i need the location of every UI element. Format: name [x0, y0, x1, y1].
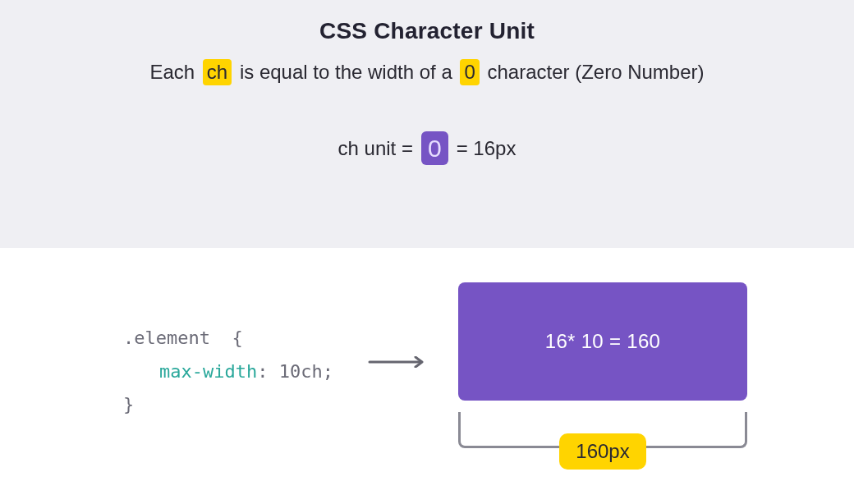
- code-line-1: .element {: [123, 322, 333, 355]
- result-calc: 16* 10 = 160: [545, 330, 660, 353]
- code-close-brace: }: [123, 394, 134, 415]
- equation-zero: 0: [421, 131, 448, 165]
- equation: ch unit = 0 = 16px: [0, 131, 854, 165]
- subtitle-mid: is equal to the width of a: [240, 61, 452, 83]
- width-annotation: 160px: [458, 412, 747, 471]
- arrow-icon: [368, 356, 430, 368]
- code-line-3: }: [123, 388, 333, 422]
- width-label: 160px: [559, 433, 645, 470]
- code-property: max-width: [159, 361, 257, 382]
- code-snippet: .element { max-width: 10ch; }: [123, 322, 333, 422]
- code-semicolon: ;: [323, 361, 333, 382]
- subtitle: Each ch is equal to the width of a 0 cha…: [0, 59, 854, 85]
- code-value: 10ch: [279, 361, 323, 382]
- equation-lhs: ch unit =: [338, 137, 413, 160]
- code-colon: :: [257, 361, 268, 382]
- page-title: CSS Character Unit: [0, 18, 854, 44]
- code-line-2: max-width: 10ch;: [123, 355, 333, 389]
- result-box: 16* 10 = 160: [458, 282, 747, 401]
- highlight-ch: ch: [203, 59, 232, 85]
- code-selector: .element: [123, 328, 210, 348]
- equation-rhs: = 16px: [457, 137, 517, 160]
- example-panel: .element { max-width: 10ch; } 16* 10 = 1…: [0, 248, 854, 504]
- code-open-brace: {: [232, 328, 242, 348]
- highlight-zero: 0: [460, 59, 479, 85]
- concept-panel: CSS Character Unit Each ch is equal to t…: [0, 0, 854, 248]
- subtitle-post: character (Zero Number): [487, 61, 704, 83]
- subtitle-pre: Each: [149, 61, 195, 83]
